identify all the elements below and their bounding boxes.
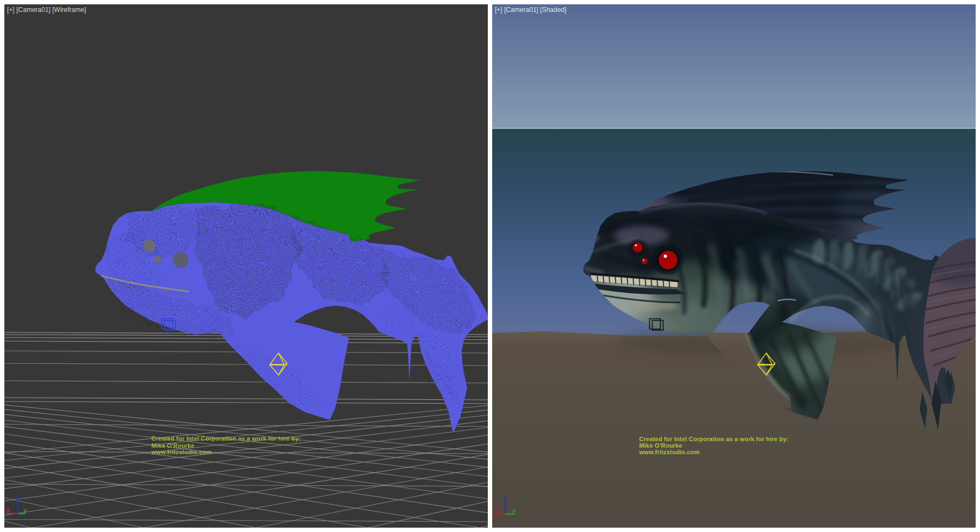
svg-text:Mike O'Rourke: Mike O'Rourke: [639, 442, 682, 449]
svg-text:[+] [Camera01] [Shaded]: [+] [Camera01] [Shaded]: [495, 6, 566, 14]
svg-text:X: X: [493, 508, 498, 514]
svg-text:Z: Z: [16, 494, 20, 501]
svg-text:X: X: [6, 507, 10, 514]
svg-text:Created for Intel Corporation: Created for Intel Corporation as a work …: [639, 436, 788, 442]
svg-text:www.fritzstudio.com: www.fritzstudio.com: [639, 449, 700, 455]
svg-text:Z: Z: [503, 494, 507, 500]
svg-text:Created for Intel Corporation: Created for Intel Corporation as a work …: [151, 435, 301, 442]
svg-text:y: y: [23, 507, 27, 514]
svg-text:Mike O'Rourke: Mike O'Rourke: [151, 442, 194, 449]
svg-text:[+] [Camera01] [Wireframe]: [+] [Camera01] [Wireframe]: [7, 6, 86, 14]
svg-text:y: y: [512, 507, 516, 514]
svg-text:www.fritzstudio.com: www.fritzstudio.com: [151, 449, 212, 455]
